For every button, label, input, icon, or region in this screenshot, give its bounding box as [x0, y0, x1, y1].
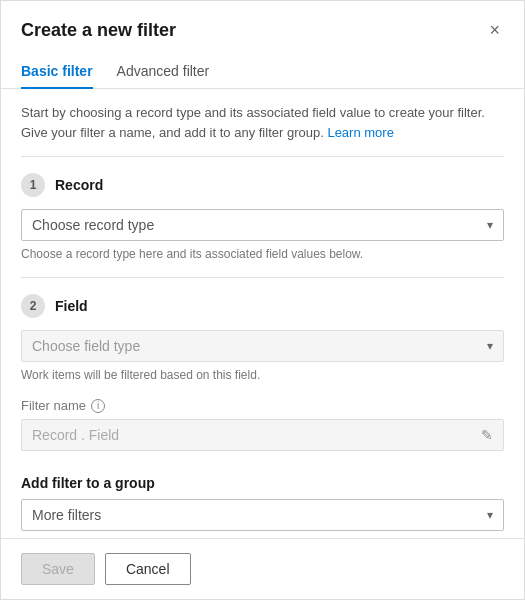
add-filter-group-label: Add filter to a group: [21, 475, 504, 491]
record-section-header: 1 Record: [21, 173, 504, 197]
field-section-number: 2: [21, 294, 45, 318]
field-section-title: Field: [55, 298, 88, 314]
field-type-placeholder: Choose field type: [32, 338, 140, 354]
learn-more-link[interactable]: Learn more: [327, 125, 393, 140]
save-button[interactable]: Save: [21, 553, 95, 585]
description-text: Start by choosing a record type and its …: [1, 89, 524, 156]
record-type-placeholder: Choose record type: [32, 217, 154, 233]
dialog-content: 1 Record Choose record type ▾ Choose a r…: [1, 156, 524, 538]
record-section-title: Record: [55, 177, 103, 193]
tabs-container: Basic filter Advanced filter: [1, 55, 524, 89]
record-type-dropdown[interactable]: Choose record type ▾: [21, 209, 504, 241]
field-type-dropdown[interactable]: Choose field type ▾: [21, 330, 504, 362]
filter-name-section: Filter name i Record . Field ✎: [21, 382, 504, 463]
field-section: 2 Field Choose field type ▾ Work items w…: [21, 277, 504, 538]
record-section-number: 1: [21, 173, 45, 197]
record-section-hint: Choose a record type here and its associ…: [21, 247, 504, 261]
filter-name-input[interactable]: Record . Field ✎: [21, 419, 504, 451]
record-section: 1 Record Choose record type ▾ Choose a r…: [21, 156, 504, 277]
field-section-header: 2 Field: [21, 294, 504, 318]
filter-name-edit-icon[interactable]: ✎: [481, 427, 493, 443]
create-filter-dialog: Create a new filter × Basic filter Advan…: [0, 0, 525, 600]
record-type-chevron-icon: ▾: [487, 218, 493, 232]
field-section-hint: Work items will be filtered based on thi…: [21, 368, 504, 382]
tab-basic[interactable]: Basic filter: [21, 55, 93, 89]
close-button[interactable]: ×: [485, 17, 504, 43]
filter-group-chevron-icon: ▾: [487, 508, 493, 522]
dialog-title: Create a new filter: [21, 20, 176, 41]
cancel-button[interactable]: Cancel: [105, 553, 191, 585]
filter-group-value: More filters: [32, 507, 101, 523]
tab-advanced[interactable]: Advanced filter: [117, 55, 210, 89]
filter-name-value: Record . Field: [32, 427, 119, 443]
filter-group-dropdown[interactable]: More filters ▾: [21, 499, 504, 531]
add-filter-group-section: Add filter to a group More filters ▾: [21, 463, 504, 538]
field-type-chevron-icon: ▾: [487, 339, 493, 353]
filter-name-info-icon: i: [91, 399, 105, 413]
dialog-footer: Save Cancel: [1, 538, 524, 599]
filter-name-label: Filter name i: [21, 398, 504, 413]
dialog-header: Create a new filter ×: [1, 1, 524, 43]
